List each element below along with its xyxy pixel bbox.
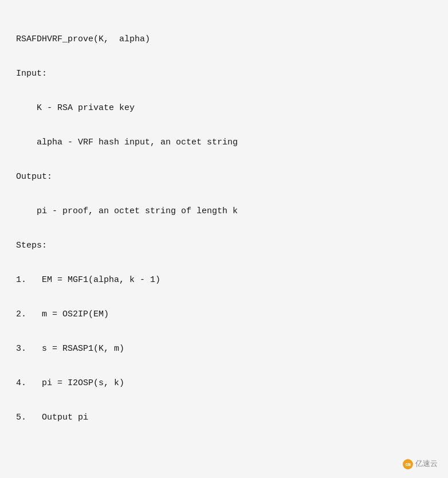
step-1: 1. EM = MGF1(alpha, k - 1) [16,275,160,285]
input-label: Input: [16,69,47,79]
code-container: RSAFDHVRF_prove(K, alpha) Input: K - RSA… [0,0,448,478]
step-5: 5. Output pi [16,413,88,422]
watermark-text: 亿速云 [415,458,438,470]
watermark: ㎝ 亿速云 [403,458,438,470]
step-2: 2. m = OS2IP(EM) [16,309,109,319]
watermark-icon: ㎝ [403,459,413,469]
step-3: 3. s = RSASP1(K, m) [16,344,124,354]
output-label: Output: [16,172,52,182]
input-alpha: alpha - VRF hash input, an octet string [16,138,238,147]
output-pi: pi - proof, an octet string of length k [16,206,238,216]
function-signature: RSAFDHVRF_prove(K, alpha) [16,34,150,44]
step-4: 4. pi = I2OSP(s, k) [16,378,124,388]
steps-label: Steps: [16,241,47,250]
code-block: RSAFDHVRF_prove(K, alpha) Input: K - RSA… [16,14,432,444]
input-k: K - RSA private key [16,103,135,113]
